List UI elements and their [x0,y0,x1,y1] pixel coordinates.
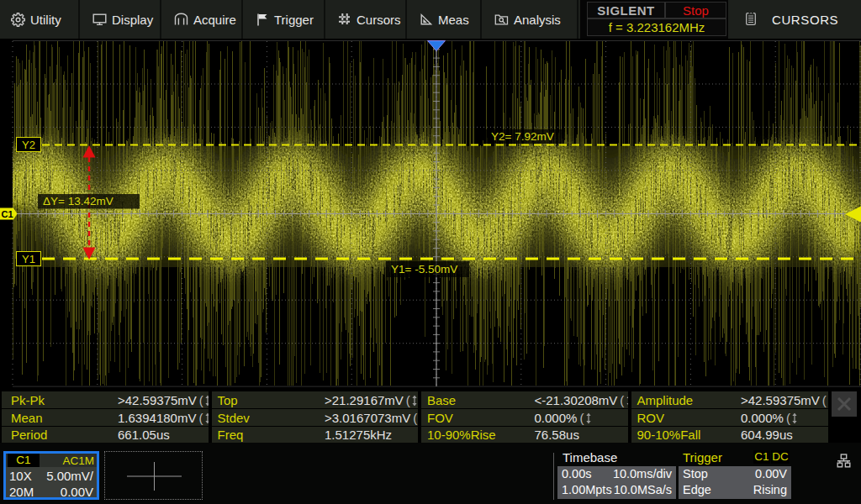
svg-text:Y1= -5.50mV: Y1= -5.50mV [391,263,457,276]
svg-text:ΔY= 13.42mV: ΔY= 13.42mV [43,195,114,207]
svg-text:Y2= 7.92mV: Y2= 7.92mV [491,130,554,143]
svg-text:Y2: Y2 [22,139,35,151]
svg-text:Y1: Y1 [22,253,35,265]
svg-text:C1: C1 [1,209,13,219]
